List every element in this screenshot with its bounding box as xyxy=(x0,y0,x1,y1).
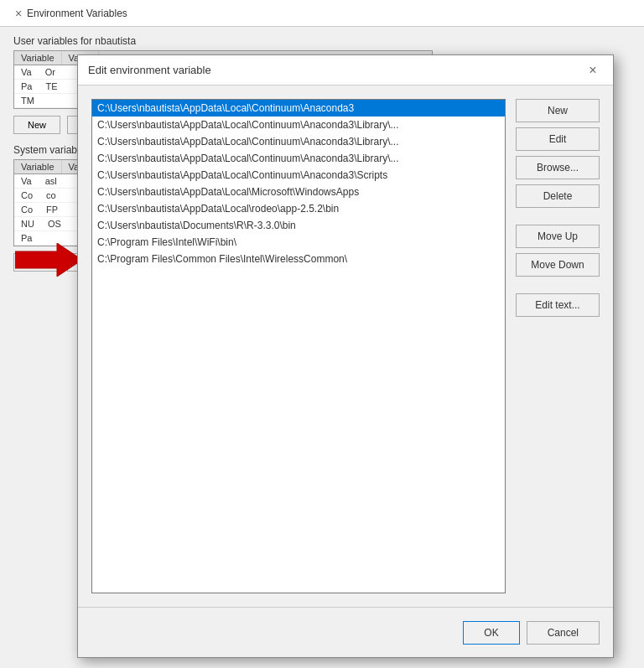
list-item[interactable]: C:\Users\nbautista\AppData\Local\Continu… xyxy=(92,100,505,117)
var-value: OS xyxy=(41,218,68,230)
var-name: Co xyxy=(14,189,39,201)
var-value: FP xyxy=(39,204,65,215)
edit-text-button[interactable]: Edit text... xyxy=(516,293,600,317)
var-value xyxy=(41,95,55,106)
bg-close-button[interactable]: × xyxy=(10,5,27,22)
list-item[interactable]: C:\Users\nbautista\AppData\Local\Continu… xyxy=(92,150,505,167)
dialog-footer: OK Cancel xyxy=(78,607,613,657)
arrow-indicator xyxy=(15,243,82,279)
move-down-button[interactable]: Move Down xyxy=(516,253,600,277)
var-name: Va xyxy=(14,175,39,187)
var-name: Va xyxy=(14,66,39,78)
dialog-titlebar: Edit environment variable × xyxy=(78,55,613,85)
edit-env-variable-dialog: Edit environment variable × C:\Users\nba… xyxy=(77,54,614,658)
list-item[interactable]: C:\Users\nbautista\AppData\Local\Microso… xyxy=(92,184,505,200)
list-item[interactable]: C:\Users\nbautista\AppData\Local\Continu… xyxy=(92,167,505,184)
move-up-button[interactable]: Move Up xyxy=(516,225,600,248)
ok-button[interactable]: OK xyxy=(463,621,519,645)
list-item[interactable]: C:\Program Files\Common Files\Intel\Wire… xyxy=(92,251,505,267)
var-value: Or xyxy=(39,66,62,78)
var-name: Co xyxy=(14,204,39,215)
var-name: Pa xyxy=(14,232,39,244)
dialog-body: C:\Users\nbautista\AppData\Local\Continu… xyxy=(78,85,613,607)
svg-marker-0 xyxy=(15,243,82,277)
delete-button[interactable]: Delete xyxy=(516,184,600,208)
list-item[interactable]: C:\Program Files\Intel\WiFi\bin\ xyxy=(92,234,505,251)
bg-window-title: Environment Variables xyxy=(27,8,127,19)
var-name: NU xyxy=(14,218,41,230)
bg-titlebar: × Environment Variables xyxy=(0,0,644,27)
cancel-button[interactable]: Cancel xyxy=(527,621,600,645)
dialog-title: Edit environment variable xyxy=(88,64,211,76)
var-value: asl xyxy=(39,175,64,187)
dialog-close-button[interactable]: × xyxy=(583,60,603,80)
list-item[interactable]: C:\Users\nbautista\Documents\R\R-3.3.0\b… xyxy=(92,217,505,234)
var-name: Pa xyxy=(14,80,39,92)
sys-col-header-name: Variable xyxy=(14,160,62,173)
var-value: co xyxy=(39,189,63,201)
browse-button[interactable]: Browse... xyxy=(516,156,600,179)
path-listbox[interactable]: C:\Users\nbautista\AppData\Local\Continu… xyxy=(91,99,506,593)
list-item[interactable]: C:\Users\nbautista\AppData\Local\Continu… xyxy=(92,133,505,150)
var-name: TM xyxy=(14,95,41,106)
var-value: TE xyxy=(39,80,64,92)
var-col-header-name: Variable xyxy=(14,51,62,65)
var-value xyxy=(39,232,52,244)
user-new-button[interactable]: New xyxy=(13,116,60,134)
edit-button[interactable]: Edit xyxy=(516,127,600,151)
action-buttons-panel: New Edit Browse... Delete Move Up Move D… xyxy=(516,99,600,593)
list-item[interactable]: C:\Users\nbautista\AppData\Local\rodeo\a… xyxy=(92,200,505,217)
user-section-label: User variables for nbautista xyxy=(13,35,631,47)
list-item[interactable]: C:\Users\nbautista\AppData\Local\Continu… xyxy=(92,117,505,133)
new-button[interactable]: New xyxy=(516,99,600,122)
